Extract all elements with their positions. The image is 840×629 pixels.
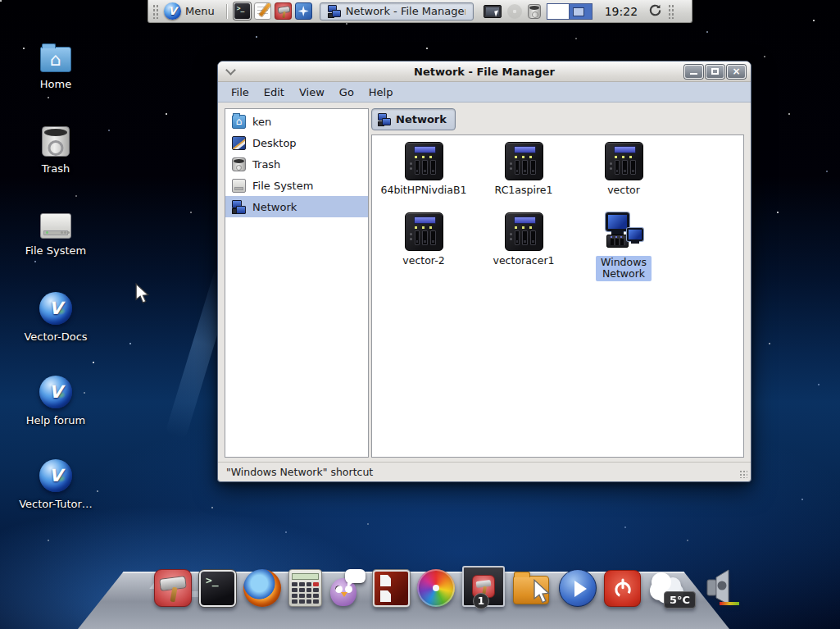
sidebar-item-filesystem[interactable]: File System [225, 175, 368, 196]
cd-drive-icon[interactable] [507, 4, 522, 19]
desktop-icon-vector-docs[interactable]: Vector-Docs [11, 292, 100, 376]
desktop-icon-filesystem[interactable]: File System [11, 208, 100, 292]
menu-edit[interactable]: Edit [257, 84, 291, 100]
window-count-badge: 1 [473, 593, 489, 609]
file-item[interactable]: vectoracer1 [474, 212, 574, 283]
sidebar-item-label: Trash [252, 158, 280, 171]
file-label-selected: Windows Network [596, 256, 652, 281]
desktop-icon [232, 136, 246, 150]
dock-terminal-icon[interactable] [199, 570, 236, 607]
text-editor-launcher-icon[interactable] [254, 2, 271, 20]
window-title: Network - File Manager [218, 66, 751, 78]
speaker-icon [702, 567, 742, 607]
dock-image-viewer-icon[interactable] [417, 569, 455, 607]
taskbar-window-button[interactable]: Network - File Manager [320, 2, 474, 21]
desktop-icon-column: Home Trash File System Vector-Docs Help … [11, 41, 100, 543]
nas-server-icon [405, 142, 443, 180]
dock-media-player-icon[interactable] [559, 569, 597, 607]
sidebar-item-label: File System [252, 180, 313, 192]
sidebar: ken Desktop Trash File System Network [225, 108, 369, 458]
desktop-icon-label: Home [40, 78, 71, 90]
dock-volume-icon[interactable] [702, 567, 742, 607]
power-icon [611, 577, 634, 600]
taskbar-window-label: Network - File Manager [346, 5, 465, 17]
cloud-icon [652, 572, 671, 592]
file-label: vectoracer1 [493, 255, 555, 267]
dock-package-manager-icon[interactable] [154, 569, 192, 607]
starfield [0, 0, 2, 2]
status-bar: "Windows Network" shortcut [218, 462, 751, 481]
sidebar-item-ken[interactable]: ken [225, 111, 368, 132]
home-folder-icon [40, 47, 71, 72]
sidebar-item-trash[interactable]: Trash [225, 153, 368, 175]
windows-network-icon [604, 212, 643, 252]
workspace-1[interactable] [547, 4, 570, 19]
minimize-button[interactable] [684, 65, 703, 79]
refresh-icon[interactable] [648, 3, 662, 20]
file-item[interactable]: RC1aspire1 [474, 142, 574, 212]
desktop-icon-trash[interactable]: Trash [11, 125, 100, 208]
file-label: RC1aspire1 [495, 185, 553, 196]
display-settings-icon[interactable] [484, 5, 502, 18]
workspace-switcher[interactable] [547, 3, 593, 20]
globe-icon [39, 459, 72, 492]
menu-file[interactable]: File [225, 84, 256, 100]
sidebar-item-network[interactable]: Network [225, 196, 368, 217]
package-manager-launcher-icon[interactable] [275, 2, 292, 20]
desktop-icon-label: Trash [42, 162, 70, 175]
dock-firefox-icon[interactable] [243, 569, 281, 607]
resize-grip[interactable] [739, 470, 747, 478]
desktop-icon-home[interactable]: Home [11, 41, 100, 125]
file-item[interactable]: vector-2 [374, 212, 474, 283]
file-item[interactable]: vector [574, 142, 674, 212]
globe-icon [39, 376, 72, 408]
cursor-arrow-icon [532, 579, 553, 605]
dock-file-manager-icon[interactable] [373, 570, 410, 607]
drive-icon [40, 213, 71, 239]
menu-help[interactable]: Help [362, 84, 400, 100]
dock-calculator-icon[interactable] [288, 569, 322, 607]
menu-view[interactable]: View [293, 84, 331, 100]
dock-weather-icon[interactable]: 5°C [648, 569, 694, 607]
file-label: vector [607, 185, 640, 196]
menu-button-label: Menu [185, 5, 215, 17]
maximize-button[interactable] [706, 65, 724, 79]
desktop-icon-label: File System [25, 244, 86, 257]
close-button[interactable]: × [727, 65, 746, 79]
trash-icon [42, 126, 70, 157]
nas-server-icon [505, 142, 543, 180]
file-item[interactable]: 64bitHPNivdiaB1 [374, 142, 474, 212]
sidebar-item-label: ken [252, 116, 271, 128]
dock-shutdown-icon[interactable] [604, 570, 641, 607]
desktop-icon-label: Vector-Tutor… [19, 498, 93, 510]
dock: 1 5°C [154, 566, 742, 607]
file-manager-window: Network - File Manager × File Edit View … [217, 61, 751, 482]
panel-drag-handle-right[interactable] [668, 4, 674, 19]
desktop-icon-vector-tutor[interactable]: Vector-Tutor… [11, 459, 100, 543]
path-button-label: Network [396, 113, 447, 125]
desktop-icon-label: Help forum [26, 414, 86, 426]
terminal-launcher-icon[interactable] [234, 2, 251, 20]
menu-go[interactable]: Go [333, 84, 361, 100]
desktop-icon-help-forum[interactable]: Help forum [11, 376, 100, 459]
settings-launcher-icon[interactable] [295, 2, 312, 20]
panel-trash-icon[interactable] [528, 4, 541, 19]
dock-pidgin-icon[interactable] [329, 569, 366, 607]
path-button-network[interactable]: Network [371, 108, 456, 130]
temperature-badge: 5°C [664, 591, 696, 608]
workspace-2[interactable] [570, 4, 592, 19]
file-icon-view[interactable]: 64bitHPNivdiaB1 RC1aspire1 vector vector… [371, 134, 744, 458]
titlebar[interactable]: Network - File Manager × [218, 62, 751, 82]
menu-button[interactable]: Menu [162, 2, 220, 21]
network-icon [378, 113, 391, 126]
sidebar-item-desktop[interactable]: Desktop [225, 132, 368, 153]
speech-bubble-icon [345, 569, 366, 583]
status-text: "Windows Network" shortcut [226, 466, 373, 478]
dock-active-window-tile[interactable]: 1 [462, 566, 505, 607]
file-item-selected[interactable]: Windows Network [574, 212, 674, 283]
path-bar: Network [371, 108, 744, 134]
dock-file-browser-icon[interactable] [512, 569, 552, 607]
drive-icon [232, 179, 246, 193]
nas-server-icon [505, 212, 543, 251]
panel-drag-handle[interactable] [152, 4, 159, 19]
